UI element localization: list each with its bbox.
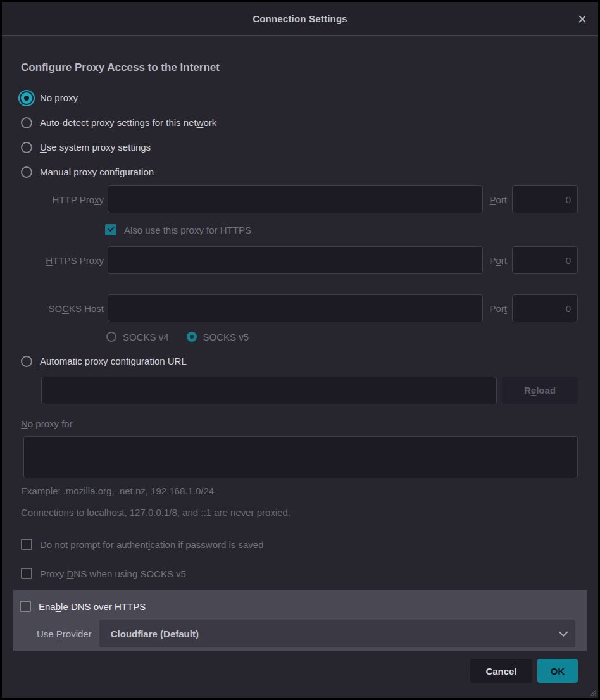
http-proxy-label: HTTP Proxy bbox=[21, 194, 104, 205]
socks-host-label: SOCKS Host bbox=[21, 303, 104, 314]
no-prompt-auth-checkbox bbox=[21, 539, 32, 550]
ok-button[interactable]: OK bbox=[537, 659, 578, 683]
share-proxy-label: Also use this proxy for HTTPS bbox=[124, 225, 251, 235]
radio-no-proxy[interactable] bbox=[21, 92, 32, 104]
radio-row-manual-proxy[interactable]: Manual proxy configuration bbox=[21, 159, 579, 184]
radio-row-system-proxy[interactable]: Use system proxy settings bbox=[21, 135, 579, 159]
socks-port-label: Port bbox=[489, 303, 507, 314]
resize-grip-icon[interactable] bbox=[587, 687, 596, 696]
socks-port-input bbox=[512, 294, 578, 322]
radio-socks-v4 bbox=[106, 332, 116, 342]
dns-over-https-section: Enable DNS over HTTPS Use Provider Cloud… bbox=[13, 590, 587, 651]
share-proxy-checkbox bbox=[105, 224, 116, 235]
auto-url-input bbox=[41, 377, 497, 404]
connection-settings-dialog: Connection Settings ✕ Configure Proxy Ac… bbox=[0, 0, 600, 700]
dialog-footer: Cancel OK bbox=[2, 652, 598, 698]
https-port-input bbox=[512, 246, 578, 274]
enable-doh-label: Enable DNS over HTTPS bbox=[39, 601, 146, 612]
https-proxy-input bbox=[108, 246, 483, 274]
no-proxy-for-textarea[interactable] bbox=[23, 436, 578, 478]
http-proxy-row: HTTP Proxy Port bbox=[21, 185, 578, 213]
page-title: Configure Proxy Access to the Internet bbox=[21, 61, 579, 74]
radio-auto-detect[interactable] bbox=[21, 117, 32, 128]
proxy-dns-label: Proxy DNS when using SOCKS v5 bbox=[40, 568, 186, 579]
radio-manual-proxy[interactable] bbox=[21, 166, 32, 178]
close-icon[interactable]: ✕ bbox=[577, 13, 587, 25]
proxy-dns-checkbox-row: Proxy DNS when using SOCKS v5 bbox=[21, 562, 579, 585]
radio-auto-url-label: Automatic proxy configuration URL bbox=[40, 356, 187, 366]
socks-host-row: SOCKS Host Port bbox=[21, 294, 578, 322]
chevron-down-icon bbox=[559, 628, 568, 637]
radio-socks-v5-label: SOCKS v5 bbox=[203, 332, 249, 342]
doh-provider-value: Cloudflare (Default) bbox=[111, 628, 559, 639]
http-port-label: Port bbox=[489, 194, 507, 205]
reload-button: Reload bbox=[502, 377, 578, 404]
https-proxy-row: HTTPS Proxy Port bbox=[21, 246, 578, 274]
radio-row-auto-url[interactable]: Automatic proxy configuration URL bbox=[21, 349, 579, 373]
http-port-input bbox=[512, 185, 578, 213]
socks-v4-option: SOCKS v4 bbox=[106, 332, 169, 342]
radio-row-no-proxy[interactable]: No proxy bbox=[21, 85, 579, 110]
https-port-label: Port bbox=[489, 255, 507, 266]
dialog-body: Configure Proxy Access to the Internet N… bbox=[2, 36, 598, 651]
radio-system-proxy-label: Use system proxy settings bbox=[40, 142, 151, 153]
radio-auto-detect-label: Auto-detect proxy settings for this netw… bbox=[40, 117, 216, 128]
socks-v5-option: SOCKS v5 bbox=[187, 332, 249, 342]
doh-provider-row: Use Provider Cloudflare (Default) bbox=[13, 620, 587, 647]
radio-row-auto-detect[interactable]: Auto-detect proxy settings for this netw… bbox=[21, 110, 579, 135]
auto-url-input-row: Reload bbox=[41, 377, 578, 404]
enable-doh-checkbox[interactable] bbox=[20, 601, 31, 612]
radio-no-proxy-label: No proxy bbox=[40, 92, 78, 103]
no-proxy-example-text: Example: .mozilla.org, .net.nz, 192.168.… bbox=[21, 485, 579, 498]
titlebar: Connection Settings ✕ bbox=[2, 2, 598, 36]
doh-provider-dropdown[interactable]: Cloudflare (Default) bbox=[99, 620, 575, 647]
socks-host-input bbox=[108, 294, 483, 322]
radio-manual-proxy-label: Manual proxy configuration bbox=[40, 166, 154, 177]
use-provider-label: Use Provider bbox=[37, 628, 92, 639]
https-proxy-label: HTTPS Proxy bbox=[21, 255, 104, 266]
radio-system-proxy[interactable] bbox=[21, 142, 32, 153]
localhost-note-text: Connections to localhost, 127.0.0.1/8, a… bbox=[21, 507, 579, 520]
checkmark-icon bbox=[108, 225, 114, 232]
no-prompt-auth-checkbox-row: Do not prompt for authentication if pass… bbox=[21, 533, 579, 556]
no-prompt-auth-label: Do not prompt for authentication if pass… bbox=[40, 539, 264, 550]
radio-socks-v4-label: SOCKS v4 bbox=[123, 332, 169, 342]
enable-doh-checkbox-row[interactable]: Enable DNS over HTTPS bbox=[13, 595, 587, 618]
proxy-dns-checkbox bbox=[21, 568, 32, 579]
no-proxy-for-label: No proxy for bbox=[21, 417, 579, 430]
dialog-title: Connection Settings bbox=[253, 13, 347, 24]
share-proxy-checkbox-row: Also use this proxy for HTTPS bbox=[105, 218, 578, 241]
http-proxy-input bbox=[108, 185, 483, 213]
radio-socks-v5 bbox=[187, 332, 197, 342]
cancel-button[interactable]: Cancel bbox=[470, 659, 532, 683]
socks-version-row: SOCKS v4 SOCKS v5 bbox=[106, 327, 578, 347]
radio-auto-url[interactable] bbox=[21, 356, 32, 367]
